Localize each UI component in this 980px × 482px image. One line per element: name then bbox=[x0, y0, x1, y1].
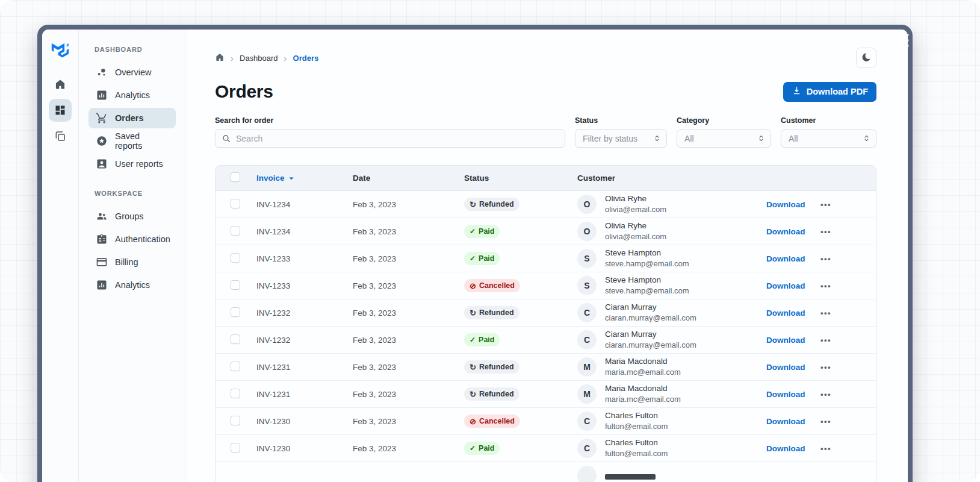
status-filter-label: Status bbox=[575, 116, 667, 125]
download-link[interactable]: Download bbox=[766, 336, 805, 345]
search-input[interactable] bbox=[236, 134, 559, 143]
download-link[interactable]: Download bbox=[766, 444, 805, 453]
more-icon[interactable]: ••• bbox=[820, 417, 831, 426]
download-icon bbox=[792, 86, 802, 98]
customer-email: fulton@email.com bbox=[605, 448, 668, 459]
row-checkbox[interactable] bbox=[231, 226, 240, 236]
sidebar-item-label: Billing bbox=[115, 257, 138, 267]
select-all-checkbox[interactable] bbox=[231, 172, 240, 182]
date-cell: Feb 3, 2023 bbox=[353, 227, 464, 236]
more-icon[interactable]: ••• bbox=[820, 254, 831, 263]
customer-email: olivia@email.com bbox=[605, 204, 666, 215]
customer-name: Ciaran Murray bbox=[605, 302, 696, 313]
download-link[interactable]: Download bbox=[766, 308, 805, 318]
download-link[interactable]: Download bbox=[766, 417, 805, 426]
breadcrumb-dashboard[interactable]: Dashboard bbox=[240, 54, 278, 63]
breadcrumb-orders[interactable]: Orders bbox=[293, 54, 319, 63]
avatar: C bbox=[577, 330, 597, 349]
download-pdf-button[interactable]: Download PDF bbox=[783, 82, 876, 102]
row-checkbox[interactable] bbox=[231, 307, 240, 317]
cart-icon bbox=[96, 112, 108, 124]
more-icon[interactable]: ••• bbox=[820, 227, 831, 236]
layers-icon bbox=[54, 130, 66, 142]
row-checkbox[interactable] bbox=[231, 334, 240, 344]
more-icon[interactable]: ••• bbox=[820, 308, 831, 318]
table-row: INV-1234 Feb 3, 2023 Refunded O Olivia R… bbox=[216, 191, 876, 218]
avatar: S bbox=[577, 249, 597, 268]
rail-item[interactable] bbox=[49, 125, 72, 148]
download-link[interactable]: Download bbox=[766, 254, 805, 263]
updown-icon bbox=[757, 134, 766, 143]
sidebar-item-label: Groups bbox=[115, 211, 144, 221]
download-link[interactable]: Download bbox=[766, 200, 805, 209]
sidebar-item[interactable]: Saved reports bbox=[88, 131, 176, 151]
download-link[interactable]: Download bbox=[766, 390, 805, 399]
chevron-right-icon: › bbox=[284, 54, 287, 63]
more-icon[interactable]: ••• bbox=[820, 363, 831, 372]
avatar: C bbox=[577, 412, 597, 431]
more-icon[interactable]: ••• bbox=[820, 390, 831, 399]
customer-email: steve.hamp@email.com bbox=[605, 286, 689, 296]
sidebar-item[interactable]: Analytics bbox=[88, 275, 176, 295]
more-icon[interactable]: ••• bbox=[820, 444, 831, 453]
sidebar-item[interactable]: Orders bbox=[88, 108, 176, 128]
rail-item[interactable] bbox=[49, 99, 72, 122]
sidebar-item-label: Analytics bbox=[115, 90, 150, 100]
dark-mode-toggle[interactable] bbox=[856, 48, 876, 68]
rail-item[interactable] bbox=[49, 73, 72, 96]
status-chip: Refunded bbox=[464, 306, 519, 319]
row-checkbox[interactable] bbox=[231, 280, 240, 290]
avatar: M bbox=[577, 384, 597, 404]
more-icon[interactable]: ••• bbox=[820, 336, 831, 345]
row-checkbox[interactable] bbox=[231, 416, 240, 425]
column-header-invoice[interactable]: Invoice bbox=[256, 173, 353, 184]
column-header-customer: Customer bbox=[577, 174, 766, 183]
customer-name: Ciaran Murray bbox=[605, 329, 696, 340]
table-row: INV-1233 Feb 3, 2023 Paid S Steve Hampto… bbox=[216, 245, 876, 272]
category-filter-select[interactable]: All bbox=[677, 129, 771, 148]
status-chip: Paid bbox=[464, 252, 500, 265]
chevron-right-icon: › bbox=[231, 54, 234, 63]
sidebar-item[interactable]: Groups bbox=[88, 206, 176, 227]
breadcrumb: › Dashboard › Orders bbox=[215, 52, 318, 64]
sidebar-item-label: Authentication bbox=[115, 234, 170, 244]
window-scrollbar[interactable] bbox=[907, 34, 909, 47]
status-chip: Paid bbox=[464, 442, 500, 455]
customer-filter-select[interactable]: All bbox=[781, 129, 876, 148]
customer-name: Maria Macdonald bbox=[605, 356, 681, 367]
status-filter-select[interactable]: Filter by status bbox=[575, 129, 667, 148]
sidebar-item[interactable]: Overview bbox=[88, 62, 176, 83]
column-header-date: Date bbox=[353, 174, 464, 183]
table-row: INV-1234 Feb 3, 2023 Paid O Olivia Ryhe … bbox=[216, 218, 876, 245]
row-checkbox[interactable] bbox=[231, 199, 240, 208]
table-row: INV-1230 Feb 3, 2023 Cancelled C Charles… bbox=[216, 408, 876, 435]
sidebar-section-label: WORKSPACE bbox=[88, 190, 176, 197]
date-cell: Feb 3, 2023 bbox=[353, 417, 464, 426]
row-checkbox[interactable] bbox=[231, 443, 240, 452]
breadcrumb-home[interactable] bbox=[215, 52, 225, 64]
table-row: INV-1232 Feb 3, 2023 Paid C Ciaran Murra… bbox=[216, 327, 876, 354]
status-chip: Paid bbox=[464, 225, 500, 238]
orders-table: Invoice Date Status Customer INV-1234 Fe… bbox=[215, 165, 876, 482]
sidebar-item[interactable]: Billing bbox=[88, 252, 176, 272]
chart-square-icon bbox=[96, 89, 108, 101]
category-filter-label: Category bbox=[677, 116, 771, 125]
sidebar-nav-dashboard: Overview Analytics Orders bbox=[88, 62, 176, 174]
download-link[interactable]: Download bbox=[766, 363, 805, 372]
updown-icon bbox=[862, 134, 871, 143]
sidebar-item[interactable]: Analytics bbox=[88, 85, 176, 105]
sidebar-item[interactable]: User reports bbox=[88, 154, 176, 174]
row-checkbox[interactable] bbox=[231, 253, 240, 263]
account-box-icon bbox=[96, 158, 108, 170]
more-icon[interactable]: ••• bbox=[820, 281, 831, 290]
customer-name: Olivia Ryhe bbox=[605, 221, 666, 231]
sidebar-item[interactable]: Authentication bbox=[88, 229, 176, 249]
download-link[interactable]: Download bbox=[766, 281, 805, 290]
date-cell: Feb 3, 2023 bbox=[353, 308, 464, 318]
more-icon[interactable]: ••• bbox=[820, 200, 831, 209]
customer-filter-label: Customer bbox=[781, 116, 876, 125]
download-link[interactable]: Download bbox=[766, 227, 805, 236]
row-checkbox[interactable] bbox=[231, 389, 240, 398]
sidebar-item-label: User reports bbox=[115, 159, 163, 169]
row-checkbox[interactable] bbox=[231, 362, 240, 371]
